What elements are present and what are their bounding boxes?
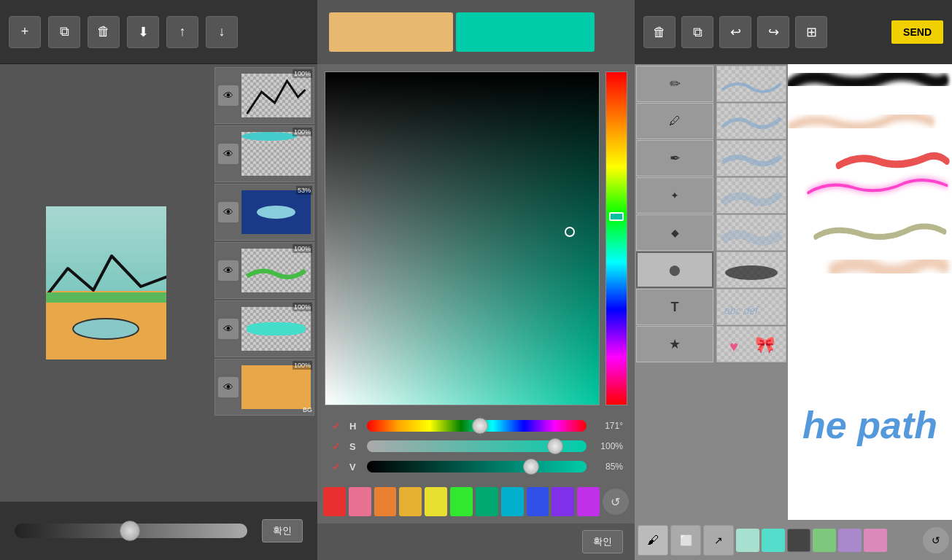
- palette-color-red[interactable]: [323, 487, 346, 516]
- move-down-button[interactable]: ↓: [206, 16, 238, 48]
- layer-visibility-toggle[interactable]: 👁: [218, 85, 239, 106]
- middle-confirm-button[interactable]: 확인: [582, 530, 623, 553]
- brush-preview-text[interactable]: abc def: [716, 289, 786, 325]
- color-picker-area: [317, 64, 635, 413]
- bottom-color-6[interactable]: [864, 529, 887, 552]
- brush-item-airbrush[interactable]: ✦: [636, 177, 713, 214]
- brush-preview-star[interactable]: ♥ 🎀: [716, 326, 786, 362]
- copy-layer-button[interactable]: ⧉: [48, 16, 80, 48]
- svg-point-1: [73, 319, 139, 339]
- palette-color-teal[interactable]: [476, 487, 498, 516]
- palette-color-green[interactable]: [450, 487, 473, 516]
- layer-thumbnail: [241, 190, 311, 234]
- layer-thumbnail: [241, 249, 311, 292]
- layer-visibility-toggle[interactable]: 👁: [218, 144, 239, 164]
- layers-button[interactable]: ⊞: [795, 16, 827, 48]
- bottom-color-3[interactable]: [787, 529, 810, 552]
- h-thumb[interactable]: [472, 418, 488, 434]
- layer-visibility-toggle[interactable]: 👁: [218, 377, 239, 397]
- layer-visibility-toggle[interactable]: 👁: [218, 202, 239, 222]
- delete-layer-button[interactable]: 🗑: [88, 16, 120, 48]
- v-checkbox[interactable]: ✓: [329, 459, 344, 474]
- layer-item[interactable]: 👁 100%: [214, 125, 314, 182]
- hue-bar[interactable]: [605, 71, 627, 405]
- layer-visibility-toggle[interactable]: 👁: [218, 260, 239, 281]
- palette-color-magenta[interactable]: [577, 487, 600, 516]
- pen-icon: 🖊: [669, 114, 681, 128]
- eraser-tool-button[interactable]: ⬜: [670, 525, 701, 556]
- brush-preview-area: abc def ♥ 🎀: [715, 64, 788, 520]
- palette-refresh-button[interactable]: ↺: [603, 489, 629, 515]
- layer-oval: [257, 206, 295, 219]
- layer-item[interactable]: 👁 100% BG: [214, 359, 314, 416]
- brush-item-pencil[interactable]: ✏: [636, 66, 713, 102]
- s-slider[interactable]: [367, 440, 587, 452]
- redo-button[interactable]: ↪: [757, 16, 789, 48]
- palette-color-cyan[interactable]: [501, 487, 524, 516]
- layer-opacity: 100%: [293, 69, 312, 78]
- brush-tool-button[interactable]: 🖌: [638, 525, 668, 556]
- v-thumb[interactable]: [523, 459, 539, 475]
- bottom-color-4[interactable]: [813, 529, 836, 552]
- brush-item-marker[interactable]: ✒: [636, 140, 713, 176]
- brush-item-text[interactable]: T: [636, 289, 713, 325]
- layer-content: [241, 132, 297, 141]
- h-checkbox[interactable]: ✓: [329, 419, 344, 433]
- bottom-color-2[interactable]: [762, 529, 785, 552]
- move-up-button[interactable]: ↑: [166, 16, 198, 48]
- palette-color-purple[interactable]: [552, 487, 574, 516]
- svg-point-2: [725, 265, 778, 280]
- layer-opacity: 100%: [293, 244, 312, 253]
- svg-text:abc def: abc def: [724, 305, 759, 316]
- h-value: 171°: [592, 421, 623, 431]
- color-selector-dot[interactable]: [565, 227, 575, 237]
- palette-color-pink[interactable]: [349, 487, 371, 516]
- brush-item-pen[interactable]: 🖊: [636, 103, 713, 139]
- layer-item[interactable]: 👁 100%: [214, 300, 314, 357]
- confirm-button[interactable]: 확인: [262, 519, 303, 542]
- primary-color-swatch[interactable]: [329, 12, 453, 52]
- layer-visibility-toggle[interactable]: 👁: [218, 319, 239, 339]
- transform-tool-button[interactable]: ↗: [703, 525, 734, 556]
- brush-preview-fill[interactable]: [716, 214, 786, 251]
- h-slider[interactable]: [367, 420, 587, 432]
- palette-color-yellow-orange[interactable]: [399, 487, 422, 516]
- brush-preview-pen[interactable]: [716, 103, 786, 139]
- bottom-color-5[interactable]: [838, 529, 862, 552]
- v-slider[interactable]: [367, 461, 587, 472]
- v-slider-row: ✓ V 85%: [329, 459, 623, 474]
- send-button[interactable]: SEND: [891, 20, 943, 44]
- layer-item[interactable]: 👁 53%: [214, 184, 314, 241]
- palette-color-blue[interactable]: [527, 487, 549, 516]
- s-slider-row: ✓ S 100%: [329, 439, 623, 454]
- secondary-color-swatch[interactable]: [456, 12, 595, 52]
- s-checkbox[interactable]: ✓: [329, 439, 344, 454]
- bottom-color-1[interactable]: [736, 529, 759, 552]
- brush-item-star[interactable]: ★: [636, 326, 713, 362]
- s-thumb[interactable]: [547, 438, 563, 454]
- hue-selector[interactable]: [609, 212, 624, 221]
- color-saturation-picker[interactable]: [325, 71, 600, 405]
- palette-color-orange[interactable]: [374, 487, 397, 516]
- s-value: 100%: [592, 441, 623, 451]
- brush-preview-airbrush[interactable]: [716, 177, 786, 214]
- brush-size-slider[interactable]: [15, 524, 247, 538]
- palette-color-yellow[interactable]: [425, 487, 447, 516]
- undo-button[interactable]: ↩: [719, 16, 751, 48]
- rotate-button[interactable]: ↺: [923, 527, 949, 553]
- brush-preview-blob[interactable]: [716, 252, 786, 288]
- brush-preview-drawing: [719, 254, 784, 286]
- layer-item[interactable]: 👁 100%: [214, 242, 314, 299]
- brush-preview-pencil[interactable]: [716, 66, 786, 102]
- brush-preview-marker[interactable]: [716, 140, 786, 176]
- brush-preview-drawing: [719, 105, 784, 137]
- layer-item[interactable]: 👁 100%: [214, 67, 314, 124]
- add-layer-button[interactable]: +: [9, 16, 41, 48]
- download-button[interactable]: ⬇: [127, 16, 159, 48]
- brush-item-fill[interactable]: ◆: [636, 214, 713, 251]
- right-copy-button[interactable]: ⧉: [681, 16, 713, 48]
- right-delete-button[interactable]: 🗑: [643, 16, 676, 48]
- left-content: 👁 100% 👁 100% 👁: [0, 64, 317, 502]
- brush-item-blob[interactable]: ⬤: [636, 252, 713, 288]
- brush-size-thumb[interactable]: [120, 521, 140, 541]
